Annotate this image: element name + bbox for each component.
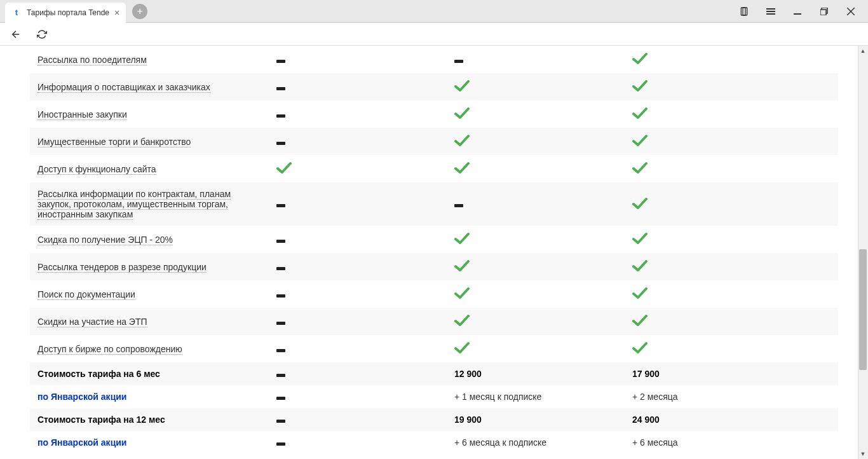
browser-tab[interactable]: t Тарифы портала Tende ×: [5, 3, 126, 23]
feature-label-cell: Скидки на участие на ЭТП: [30, 308, 271, 335]
plan-cell: [449, 46, 627, 73]
table-row: Поиск по документации: [30, 280, 838, 308]
feature-label-cell: Рассылка по пооедителям: [30, 46, 271, 73]
check-icon: [454, 319, 470, 329]
feature-label[interactable]: Скидка по получение ЭЦП - 20%: [37, 235, 173, 245]
dash-icon: [276, 114, 285, 118]
dash-icon: [276, 204, 285, 207]
plan-cell: [271, 280, 449, 308]
plan-cell: [271, 308, 449, 335]
price-label-cell: по Январской акции: [30, 431, 271, 454]
price-value: 24 900: [632, 414, 660, 425]
check-icon: [454, 166, 470, 176]
plan-cell: [449, 335, 627, 362]
table-row: Имущественные торги и банкротство: [30, 128, 838, 155]
dash-icon: [276, 420, 285, 423]
new-tab-button[interactable]: +: [132, 4, 147, 19]
check-icon: [632, 57, 648, 67]
feature-label-cell: Информация о поставщиках и заказчиках: [30, 73, 271, 100]
plan-cell: [271, 128, 449, 155]
feature-label[interactable]: Имущественные торги и банкротство: [37, 137, 191, 147]
close-icon[interactable]: [845, 6, 857, 17]
feature-label[interactable]: Доступ к бирже по сопровождению: [37, 344, 182, 355]
promo-value: + 2 месяца: [632, 392, 678, 402]
dash-icon: [276, 397, 285, 400]
dash-icon: [276, 294, 285, 298]
feature-label[interactable]: Рассылка по пооедителям: [37, 55, 147, 65]
check-icon: [454, 84, 470, 94]
plan-cell: [449, 155, 627, 182]
plan-cell: [271, 100, 449, 128]
page-viewport: Рассылка по пооедителямИнформация о пост…: [0, 46, 868, 459]
table-row: Рассылка информации по контрактам, плана…: [30, 182, 838, 226]
plan-cell: [627, 155, 838, 182]
feature-label[interactable]: Информация о поставщиках и заказчиках: [37, 82, 210, 93]
check-icon: [632, 291, 648, 301]
plan-cell: [627, 308, 838, 335]
check-icon: [632, 111, 648, 121]
svg-rect-7: [820, 10, 826, 15]
plan-cell: 17 900: [627, 362, 838, 385]
pricing-comparison-table: Рассылка по пооедителямИнформация о пост…: [30, 46, 838, 454]
plan-cell: [627, 280, 838, 308]
reload-button[interactable]: [37, 29, 47, 39]
back-button[interactable]: [10, 29, 22, 40]
promo-value: + 6 месяца к подписке: [454, 437, 546, 448]
tab-favicon: t: [11, 8, 22, 18]
dash-icon: [276, 442, 285, 446]
scrollbar[interactable]: ▲ ▼: [858, 46, 868, 459]
plan-cell: [449, 226, 627, 253]
table-row: Рассылка по пооедителям: [30, 46, 838, 73]
feature-label[interactable]: Доступ к функционалу сайта: [37, 164, 156, 175]
check-icon: [632, 84, 648, 94]
feature-label[interactable]: Рассылка тендеров в разрезе продукции: [37, 262, 207, 273]
scroll-down-icon[interactable]: ▼: [858, 449, 868, 459]
plan-cell: [627, 128, 838, 155]
scroll-up-icon[interactable]: ▲: [858, 46, 868, 56]
plan-cell: [271, 335, 449, 362]
dash-icon: [276, 87, 285, 90]
plan-cell: [449, 73, 627, 100]
svg-rect-4: [766, 13, 775, 15]
price-label-cell: по Январской акции: [30, 385, 271, 408]
plan-cell: [449, 128, 627, 155]
plan-cell: [627, 253, 838, 280]
plan-cell: [449, 253, 627, 280]
plan-cell: [271, 226, 449, 253]
feature-label[interactable]: Поиск по документации: [37, 289, 135, 300]
plan-cell: + 6 месяца к подписке: [449, 431, 627, 454]
check-icon: [454, 139, 470, 149]
plan-cell: + 2 месяца: [627, 385, 838, 408]
table-row: Иностранные закупки: [30, 100, 838, 128]
svg-rect-1: [743, 8, 747, 15]
plan-cell: [271, 408, 449, 431]
svg-rect-2: [766, 8, 775, 10]
plan-cell: [449, 182, 627, 226]
menu-icon[interactable]: [765, 6, 776, 17]
plan-cell: [627, 335, 838, 362]
plan-cell: [449, 100, 627, 128]
feature-label[interactable]: Иностранные закупки: [37, 109, 127, 120]
svg-rect-5: [794, 13, 801, 15]
promo-label: по Январской акции: [37, 392, 126, 402]
scrollbar-thumb[interactable]: [859, 249, 867, 370]
plan-cell: [271, 155, 449, 182]
price-value: 12 900: [454, 369, 482, 379]
dash-icon: [454, 204, 463, 207]
table-row: по Январской акции+ 1 месяц к подписке+ …: [30, 385, 838, 408]
feature-label[interactable]: Скидки на участие на ЭТП: [37, 317, 147, 327]
tab-close-icon[interactable]: ×: [114, 8, 119, 18]
maximize-icon[interactable]: [818, 6, 830, 17]
svg-rect-0: [741, 8, 745, 15]
plan-cell: [627, 226, 838, 253]
feature-label[interactable]: Рассылка информации по контрактам, плана…: [37, 189, 231, 220]
bookmarks-icon[interactable]: [738, 6, 750, 17]
table-row: Стоимость тарифа на 12 мес19 90024 900: [30, 408, 838, 431]
dash-icon: [276, 349, 285, 352]
price-label: Стоимость тарифа на 6 мес: [37, 369, 160, 379]
check-icon: [454, 111, 470, 121]
plan-cell: [271, 362, 449, 385]
table-row: Доступ к бирже по сопровождению: [30, 335, 838, 362]
minimize-icon[interactable]: [792, 6, 803, 17]
check-icon: [632, 319, 648, 329]
